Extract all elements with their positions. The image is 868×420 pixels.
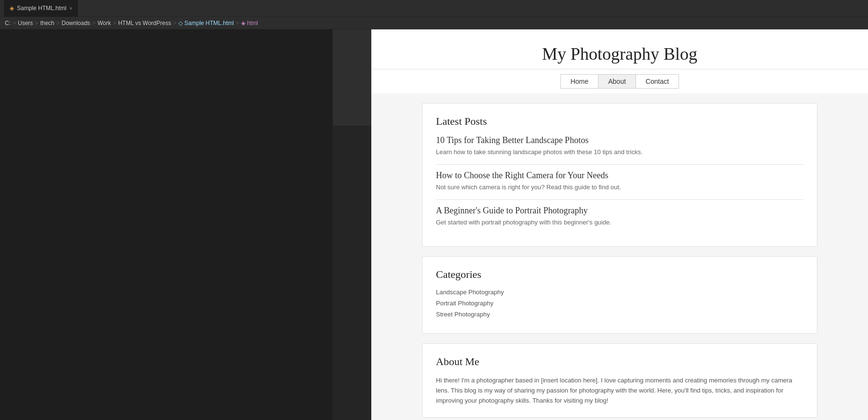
categories-section: Categories Landscape Photography Portrai… bbox=[422, 256, 817, 334]
active-tab[interactable]: ◈ Sample HTML.html × bbox=[4, 0, 79, 17]
post-desc-2: Not sure which camera is right for you? … bbox=[436, 184, 803, 191]
post-title-2: How to Choose the Right Camera for Your … bbox=[436, 171, 803, 181]
tab-close-button[interactable]: × bbox=[69, 5, 72, 11]
divider-2 bbox=[436, 199, 803, 200]
post-title-1: 10 Tips for Taking Better Landscape Phot… bbox=[436, 135, 803, 145]
minimap bbox=[333, 29, 371, 420]
post-desc-1: Learn how to take stunning landscape pho… bbox=[436, 148, 803, 156]
bc-file: ◇ Sample HTML.html bbox=[178, 20, 234, 26]
blog-nav: Home About Contact bbox=[371, 69, 868, 93]
nav-contact[interactable]: Contact bbox=[636, 74, 679, 89]
about-me-title: About Me bbox=[436, 355, 803, 368]
bc-users: Users bbox=[18, 20, 33, 26]
nav-home[interactable]: Home bbox=[560, 74, 598, 89]
blog-header: My Photography Blog bbox=[371, 29, 868, 69]
post-item-2: How to Choose the Right Camera for Your … bbox=[436, 171, 803, 191]
about-me-section: About Me Hi there! I'm a photographer ba… bbox=[422, 343, 817, 418]
post-desc-3: Get started with portrait photography wi… bbox=[436, 219, 803, 226]
bc-work: Work bbox=[97, 20, 111, 26]
bc-downloads: Downloads bbox=[62, 20, 90, 26]
post-item-3: A Beginner's Guide to Portrait Photograp… bbox=[436, 206, 803, 226]
bc-htmlvswp: HTML vs WordPress bbox=[118, 20, 171, 26]
latest-posts-title: Latest Posts bbox=[436, 115, 803, 128]
post-item-1: 10 Tips for Taking Better Landscape Phot… bbox=[436, 135, 803, 156]
bc-html: ◈ html bbox=[241, 20, 258, 26]
latest-posts-section: Latest Posts 10 Tips for Taking Better L… bbox=[422, 103, 817, 247]
nav-about[interactable]: About bbox=[598, 74, 636, 89]
preview-pane: My Photography Blog Home About Contact L… bbox=[371, 29, 868, 420]
code-area[interactable] bbox=[20, 29, 333, 420]
category-3: Street Photography bbox=[436, 311, 803, 318]
blog-content: Latest Posts 10 Tips for Taking Better L… bbox=[403, 93, 837, 420]
bc-c: C: bbox=[5, 20, 11, 26]
tab-bar: ◈ Sample HTML.html × bbox=[0, 0, 868, 17]
tab-file-icon: ◈ bbox=[10, 5, 14, 12]
categories-title: Categories bbox=[436, 268, 803, 281]
breadcrumb: C: > Users > thech > Downloads > Work > … bbox=[0, 17, 868, 29]
minimap-viewport bbox=[333, 29, 371, 126]
line-numbers bbox=[0, 29, 20, 420]
editor-pane[interactable] bbox=[0, 29, 371, 420]
tab-filename: Sample HTML.html bbox=[17, 5, 67, 12]
category-1: Landscape Photography bbox=[436, 289, 803, 296]
post-title-3: A Beginner's Guide to Portrait Photograp… bbox=[436, 206, 803, 216]
category-2: Portrait Photography bbox=[436, 300, 803, 307]
about-me-text: Hi there! I'm a photographer based in [i… bbox=[436, 376, 803, 406]
bc-thech: thech bbox=[40, 20, 54, 26]
blog-title: My Photography Blog bbox=[381, 44, 858, 64]
divider-1 bbox=[436, 164, 803, 165]
main-area: My Photography Blog Home About Contact L… bbox=[0, 29, 868, 420]
